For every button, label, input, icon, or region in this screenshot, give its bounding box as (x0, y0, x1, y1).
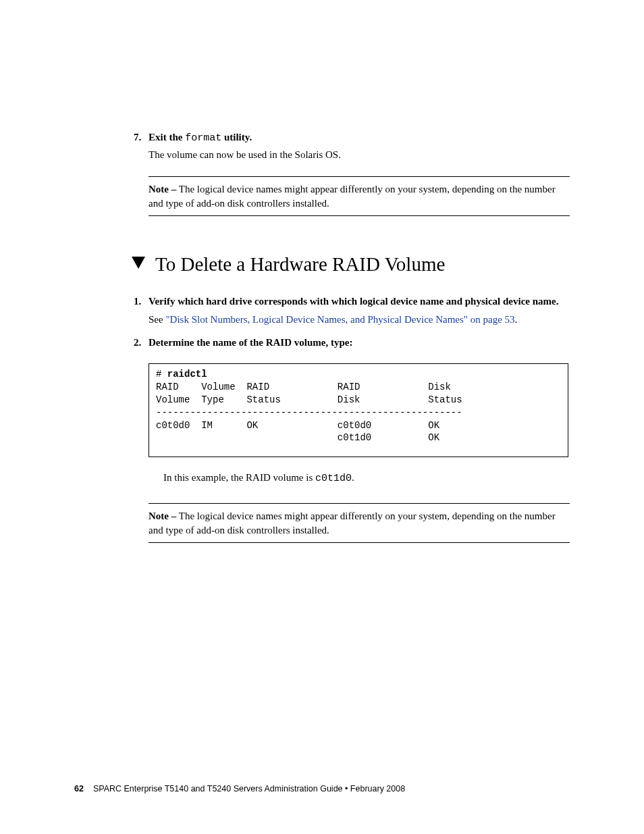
note-1: Note – The logical device names might ap… (149, 176, 570, 216)
note-2-text: The logical device names might appear di… (149, 511, 556, 535)
step-1-block: 1. Verify which hard drive corresponds w… (149, 294, 570, 326)
step-1-line: 1. Verify which hard drive corresponds w… (149, 294, 570, 309)
triangle-down-icon (132, 257, 145, 271)
step-1-see-prefix: See (149, 314, 165, 325)
note-1-bottom-rule (149, 215, 570, 216)
code-prompt: # (156, 369, 167, 380)
page-content: 7. Exit the format utility. The volume c… (0, 0, 644, 543)
page-number: 62 (74, 784, 84, 793)
note-2-label: Note – (149, 511, 176, 521)
step-2-line: 2. Determine the name of the RAID volume… (149, 337, 570, 348)
example-prefix: In this example, the RAID volume is (163, 472, 315, 483)
step-7-text: Exit the format utility. (149, 132, 252, 144)
step-7-suffix: utility. (221, 132, 252, 142)
raidctl-body: RAID Volume RAID RAID Disk Volume Type S… (156, 382, 462, 444)
step-1-see-suffix: . (515, 314, 518, 325)
note-2-content: Note – The logical device names might ap… (149, 504, 570, 542)
example-suffix: . (352, 472, 354, 483)
step-7-followup: The volume can now be used in the Solari… (149, 148, 570, 161)
step-2-block: 2. Determine the name of the RAID volume… (149, 337, 570, 348)
footer-text: SPARC Enterprise T5140 and T5240 Servers… (93, 784, 405, 793)
step-7-prefix: Exit the (149, 132, 185, 142)
note-2: Note – The logical device names might ap… (149, 503, 570, 543)
xref-link[interactable]: "Disk Slot Numbers, Logical Device Names… (165, 314, 514, 325)
step-7-number: 7. (134, 132, 149, 143)
step-1-followup: See "Disk Slot Numbers, Logical Device N… (149, 313, 570, 326)
page-footer: 62SPARC Enterprise T5140 and T5240 Serve… (74, 784, 405, 793)
step-7-block: 7. Exit the format utility. The volume c… (149, 132, 570, 161)
step-7-line: 7. Exit the format utility. (149, 132, 570, 144)
step-2-number: 2. (134, 337, 149, 348)
raidctl-command: raidctl (167, 369, 207, 380)
step-1-text: Verify which hard drive corresponds with… (149, 294, 559, 309)
step-1-number: 1. (134, 296, 149, 307)
example-paragraph: In this example, the RAID volume is c0t1… (163, 472, 570, 484)
note-1-text: The logical device names might appear di… (149, 184, 556, 208)
section-heading-row: To Delete a Hardware RAID Volume (132, 253, 570, 276)
note-2-bottom-rule (149, 542, 570, 543)
note-1-label: Note – (149, 184, 176, 194)
example-code: c0t1d0 (315, 473, 352, 484)
svg-marker-0 (132, 257, 145, 269)
step-2-text: Determine the name of the RAID volume, t… (149, 337, 352, 348)
format-command: format (185, 132, 221, 144)
note-1-content: Note – The logical device names might ap… (149, 177, 570, 215)
raidctl-output: # raidctl RAID Volume RAID RAID Disk Vol… (149, 363, 568, 457)
section-heading: To Delete a Hardware RAID Volume (155, 253, 445, 276)
